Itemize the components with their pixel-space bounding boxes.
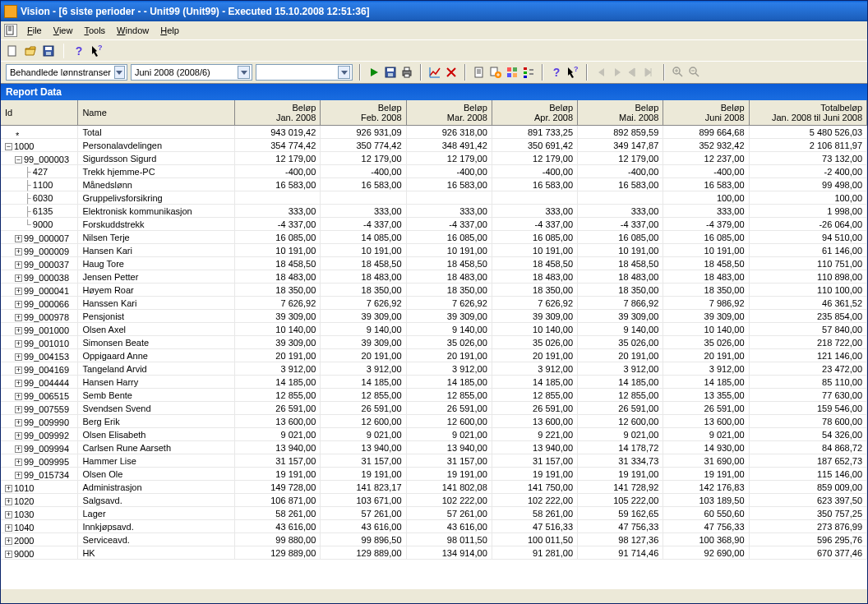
- expand-icon[interactable]: +: [15, 380, 22, 387]
- grid-row[interactable]: + 99_000066Hanssen Kari7 626,927 626,927…: [1, 297, 867, 310]
- nav-first-icon[interactable]: [594, 66, 607, 79]
- grid-row[interactable]: ├ 1100Månedslønn16 583,0016 583,0016 583…: [1, 178, 867, 191]
- expand-icon[interactable]: +: [15, 340, 22, 348]
- nav-next-icon[interactable]: [627, 66, 640, 79]
- delete-icon[interactable]: [445, 66, 458, 79]
- expand-icon[interactable]: +: [15, 472, 22, 479]
- grid-row[interactable]: *Total943 019,42926 931,09926 318,00891 …: [1, 126, 867, 139]
- menu-tools[interactable]: Tools: [79, 24, 110, 37]
- filter-icon[interactable]: [506, 66, 519, 79]
- expand-icon[interactable]: +: [5, 537, 12, 545]
- grid-row[interactable]: + 99_006515Semb Bente12 855,0012 855,001…: [1, 389, 867, 402]
- help-icon[interactable]: ?: [550, 66, 563, 79]
- grid-row[interactable]: + 99_004444Hansen Harry14 185,0014 185,0…: [1, 376, 867, 389]
- whats-this-icon[interactable]: ?: [566, 66, 579, 79]
- expand-icon[interactable]: +: [15, 445, 22, 453]
- expand-icon[interactable]: +: [15, 274, 22, 282]
- grid-row[interactable]: + 99_000038Jensen Petter18 483,0018 483,…: [1, 270, 867, 284]
- expand-icon[interactable]: +: [15, 235, 22, 242]
- grid-row[interactable]: + 9000HK129 889,00129 889,00134 914,0091…: [1, 546, 867, 560]
- expand-icon[interactable]: −: [5, 143, 12, 150]
- grid-row[interactable]: + 99_009994Carlsen Rune Aarseth13 940,00…: [1, 441, 867, 454]
- grid-row[interactable]: − 1000Personalavdelingen354 774,42350 77…: [1, 139, 867, 152]
- col-name[interactable]: Name: [78, 100, 235, 125]
- grid-row[interactable]: + 99_000978Pensjonist39 309,0039 309,003…: [1, 310, 867, 323]
- expand-icon[interactable]: +: [15, 248, 22, 256]
- grid-row[interactable]: + 99_000037Haug Tore18 458,5018 458,5018…: [1, 257, 867, 270]
- col-jun[interactable]: BeløpJuni 2008: [663, 100, 749, 125]
- grid-row[interactable]: + 1010Administrasjon149 728,00141 823,17…: [1, 481, 867, 494]
- print-icon[interactable]: [400, 66, 413, 79]
- expand-icon[interactable]: −: [15, 156, 22, 164]
- expand-icon[interactable]: +: [15, 261, 22, 269]
- menu-view[interactable]: View: [48, 24, 78, 37]
- combo-period[interactable]: Juni 2008 (2008/6): [131, 64, 252, 81]
- chart-icon[interactable]: [428, 66, 441, 79]
- save-icon[interactable]: [42, 44, 55, 58]
- grid-row[interactable]: + 1020Salgsavd.106 871,00103 671,00102 2…: [1, 494, 867, 507]
- open-icon[interactable]: [24, 44, 37, 58]
- whats-this-icon[interactable]: ?: [90, 44, 104, 58]
- chevron-down-icon[interactable]: [114, 66, 125, 79]
- run-icon[interactable]: [367, 66, 381, 79]
- col-id[interactable]: Id: [1, 100, 78, 125]
- col-apr[interactable]: BeløpApr. 2008: [492, 100, 578, 125]
- expand-icon[interactable]: +: [5, 524, 12, 532]
- expand-icon[interactable]: +: [15, 353, 22, 361]
- grid-row[interactable]: + 99_009990Berg Erik13 600,0012 600,0012…: [1, 415, 867, 428]
- expand-icon[interactable]: +: [15, 432, 22, 440]
- grid-row[interactable]: + 1030Lager58 261,0057 261,0057 261,0058…: [1, 507, 867, 520]
- tree-icon[interactable]: [522, 66, 535, 79]
- expand-icon[interactable]: +: [15, 288, 22, 295]
- grid-row[interactable]: + 99_004153Oppigaard Anne20 191,0020 191…: [1, 349, 867, 362]
- add-icon[interactable]: [489, 66, 502, 79]
- combo-dataset[interactable]: Behandlede lønnstranser: [6, 64, 127, 81]
- grid-row[interactable]: + 1040Innkjøpsavd.43 616,0043 616,0043 6…: [1, 520, 867, 533]
- chevron-down-icon[interactable]: [238, 66, 250, 79]
- nav-last-icon[interactable]: [644, 66, 657, 79]
- expand-icon[interactable]: +: [5, 511, 12, 519]
- grid-row[interactable]: + 99_015734Olsen Ole19 191,0019 191,0019…: [1, 468, 867, 481]
- col-jan[interactable]: BeløpJan. 2008: [235, 100, 321, 125]
- expand-icon[interactable]: +: [5, 551, 12, 558]
- grid-row[interactable]: └ 9000Forskuddstrekk-4 337,00-4 337,00-4…: [1, 218, 867, 231]
- col-may[interactable]: BeløpMai. 2008: [578, 100, 663, 125]
- col-mar[interactable]: BeløpMar. 2008: [407, 100, 492, 125]
- grid-row[interactable]: + 99_000041Høyem Roar18 350,0018 350,001…: [1, 284, 867, 297]
- grid-row[interactable]: + 99_000009Hansen Kari10 191,0010 191,00…: [1, 244, 867, 257]
- grid-row[interactable]: ├ 427Trekk hjemme-PC-400,00-400,00-400,0…: [1, 165, 867, 178]
- grid-row[interactable]: + 99_007559Svendsen Svend26 591,0026 591…: [1, 402, 867, 415]
- col-total[interactable]: TotalbeløpJan. 2008 til Juni 2008: [750, 100, 867, 125]
- expand-icon[interactable]: +: [15, 301, 22, 308]
- expand-icon[interactable]: +: [15, 314, 22, 321]
- save-icon[interactable]: [384, 66, 397, 79]
- menu-window[interactable]: Window: [112, 24, 154, 37]
- grid-row[interactable]: + 99_001000Olsen Axel10 140,009 140,009 …: [1, 323, 867, 336]
- grid-row[interactable]: + 2000Serviceavd.99 880,0099 896,5098 01…: [1, 533, 867, 546]
- expand-icon[interactable]: +: [15, 327, 22, 334]
- expand-icon[interactable]: +: [15, 406, 22, 413]
- expand-icon[interactable]: +: [15, 459, 22, 466]
- grid-row[interactable]: + 99_000007Nilsen Terje16 085,0014 085,0…: [1, 231, 867, 244]
- expand-icon[interactable]: +: [5, 485, 12, 492]
- expand-icon[interactable]: +: [15, 393, 22, 400]
- zoom-out-icon[interactable]: [688, 66, 701, 79]
- expand-icon[interactable]: +: [15, 367, 22, 374]
- zoom-in-icon[interactable]: [672, 66, 685, 79]
- grid-row[interactable]: − 99_000003Sigurdsson Sigurd12 179,0012 …: [1, 152, 867, 165]
- grid-row[interactable]: ├ 6135Elektronisk kommunikasjon333,00333…: [1, 205, 867, 218]
- grid-row[interactable]: ├ 6030Gruppelivsforsikring100,00100,00: [1, 191, 867, 205]
- menu-help[interactable]: Help: [155, 24, 184, 37]
- nav-prev-icon[interactable]: [611, 66, 624, 79]
- menu-file[interactable]: File: [22, 24, 47, 37]
- help-icon[interactable]: ?: [72, 44, 85, 58]
- expand-icon[interactable]: +: [15, 419, 22, 426]
- grid-row[interactable]: + 99_009992Olsen Elisabeth9 021,009 021,…: [1, 428, 867, 441]
- expand-icon[interactable]: +: [5, 498, 12, 505]
- new-icon[interactable]: [6, 44, 19, 58]
- grid-row[interactable]: + 99_001010Simonsen Beate39 309,0039 309…: [1, 336, 867, 349]
- chevron-down-icon[interactable]: [338, 66, 350, 79]
- col-feb[interactable]: BeløpFeb. 2008: [321, 100, 406, 125]
- doc-icon[interactable]: [473, 66, 486, 79]
- combo-empty[interactable]: [256, 64, 353, 81]
